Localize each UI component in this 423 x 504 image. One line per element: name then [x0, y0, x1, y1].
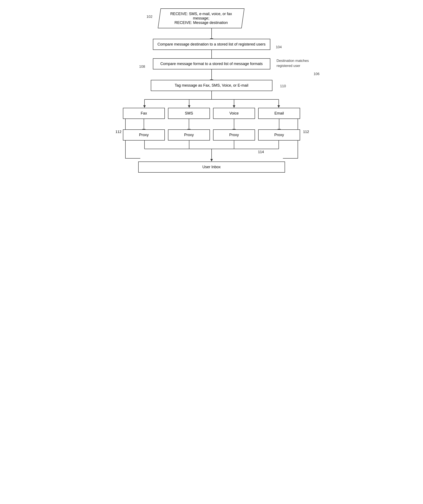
ref-106: 106	[314, 72, 319, 76]
ref-110: 110	[280, 84, 286, 88]
email-box: Email	[258, 108, 300, 119]
user-inbox-container: User Inbox	[138, 162, 285, 173]
email-proxy-box: Proxy	[258, 129, 300, 141]
email-arrow-line	[279, 119, 279, 129]
ref-112-right: 112	[303, 130, 309, 134]
voice-arrow-line	[234, 119, 234, 129]
voice-box: Voice	[213, 108, 255, 119]
email-column: Email Proxy	[257, 108, 302, 141]
receive-box: RECEIVE: SMS, e-mail, voice, or fax mess…	[158, 8, 244, 28]
arrow-3	[211, 69, 212, 80]
dest-match-note: Destination matches registered user	[277, 58, 319, 68]
converge-svg	[121, 141, 302, 162]
voice-column: Voice Proxy	[212, 108, 257, 141]
flowchart: 102 RECEIVE: SMS, e-mail, voice, or fax …	[117, 8, 306, 173]
fax-proxy-box: Proxy	[123, 129, 165, 141]
receive-text: RECEIVE: SMS, e-mail, voice, or fax mess…	[164, 12, 238, 25]
svg-marker-7	[233, 105, 235, 108]
sms-proxy-box: Proxy	[168, 129, 210, 141]
compare-format-box: Compare message format to a stored list …	[153, 58, 270, 69]
branch-lines-svg	[121, 91, 302, 108]
ref-108: 108	[139, 65, 145, 69]
branch-spread	[121, 91, 302, 108]
user-inbox-box: User Inbox	[138, 162, 285, 173]
svg-marker-3	[143, 105, 146, 108]
fax-box: Fax	[123, 108, 165, 119]
branch-boxes-row: 112 112 Fax Proxy SMS	[121, 108, 302, 141]
arrow-1	[211, 28, 212, 39]
sms-box: SMS	[168, 108, 210, 119]
compare-dest-box: Compare message destination to a stored …	[153, 39, 270, 50]
ref-114: 114	[258, 150, 264, 154]
svg-marker-9	[277, 105, 280, 108]
tag-message-box: Tag message as Fax, SMS, Voice, or E-mai…	[151, 80, 272, 91]
fax-arrow-line	[144, 119, 144, 129]
svg-marker-16	[210, 159, 213, 162]
sms-arrow-line	[189, 119, 189, 129]
ref-112-left: 112	[116, 130, 121, 134]
svg-marker-5	[188, 105, 191, 108]
ref-104: 104	[276, 45, 282, 49]
converge-lines: 114	[121, 141, 302, 162]
fax-column: Fax Proxy	[121, 108, 167, 141]
voice-proxy-box: Proxy	[213, 129, 255, 141]
sms-column: SMS Proxy	[167, 108, 212, 141]
ref-102: 102	[147, 15, 152, 19]
